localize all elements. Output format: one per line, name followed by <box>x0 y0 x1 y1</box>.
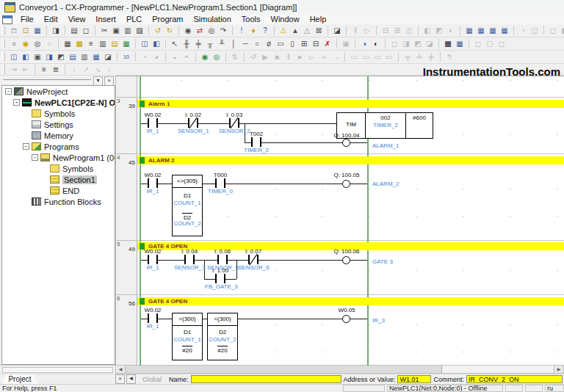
scroll-right-icon[interactable]: ▶ <box>554 366 563 373</box>
show-properties-icon[interactable]: ! <box>236 25 247 36</box>
send-changes-icon[interactable]: ⊞ <box>391 25 403 36</box>
align-middle-icon[interactable]: ╪ <box>425 51 437 62</box>
comment-field[interactable]: IR_CONV_2_ON <box>466 375 563 383</box>
new-instruction-2-icon[interactable]: ▯ <box>286 38 298 49</box>
address-reference-icon[interactable]: ▥ <box>79 51 90 62</box>
tree-item-section1[interactable]: Section1 <box>2 174 115 185</box>
new-closed-coil-icon[interactable]: ø <box>263 38 275 49</box>
immediate-refresh-icon[interactable]: ◻ <box>388 38 400 49</box>
online-edit-rungs-icon[interactable]: ⊟ <box>380 25 391 36</box>
scroll-left-icon[interactable]: ◀ <box>116 366 126 373</box>
comment-list-icon[interactable]: ≡ <box>38 64 50 75</box>
compile-program-icon[interactable]: ⚠ <box>278 25 289 36</box>
delete-rung-icon[interactable]: ◻ <box>496 38 507 49</box>
menu-help[interactable]: Help <box>305 15 332 24</box>
go-up-icon[interactable]: ↑ <box>68 64 80 75</box>
contact-no[interactable]: I: 1.00FB_GATE_3 <box>205 267 236 290</box>
rung-comment-bar[interactable]: ALARM 2 <box>137 156 564 164</box>
output-window-icon[interactable]: ◪ <box>102 51 114 62</box>
monitor-hex-icon[interactable]: ◔ <box>139 51 151 62</box>
address-grid-icon[interactable]: ▩ <box>442 38 454 49</box>
tree-item-program-symbols[interactable]: Symbols <box>2 163 115 174</box>
replace-icon[interactable]: ⇄ <box>194 25 206 36</box>
edit-rung-icon[interactable]: ◻ <box>472 38 484 49</box>
new-function-block-icon[interactable]: ⊞ <box>298 38 310 49</box>
transfer-pair-icon[interactable]: ⇅ <box>229 51 241 62</box>
tree-item-settings[interactable]: Settings <box>2 119 115 130</box>
new-or-closed-contact-icon[interactable]: ╨ <box>216 38 228 49</box>
output-coil[interactable] <box>342 256 350 264</box>
go-down-icon[interactable]: ↓ <box>104 64 115 75</box>
force-on-icon[interactable]: ◧ <box>422 25 433 36</box>
monitor-data-icon[interactable]: ▥ <box>97 38 109 49</box>
contact-no[interactable]: W0.02IR_1 <box>137 307 168 330</box>
align-bottom-icon[interactable]: ╧ <box>413 51 425 62</box>
force-cancel-icon[interactable]: ◐ <box>445 25 457 36</box>
align-top-icon[interactable]: ╤ <box>402 51 413 62</box>
grid-style-icon[interactable]: ▩ <box>73 38 85 49</box>
menu-insert[interactable]: Insert <box>90 15 121 24</box>
filter-symbols-icon[interactable]: ◒ <box>169 51 181 62</box>
break-3-icon[interactable]: ▭ <box>372 51 383 62</box>
edit-comment-icon[interactable]: ▣ <box>340 38 352 49</box>
drag-grip[interactable] <box>3 79 91 83</box>
menu-tools[interactable]: Tools <box>236 15 266 24</box>
redo-icon[interactable]: ↻ <box>164 25 176 36</box>
tree-item-newprogram1[interactable]: -NewProgram1 (00) <box>2 152 115 163</box>
workspace-close-icon[interactable]: × <box>104 76 114 86</box>
tree-item-end[interactable]: END <box>2 185 115 196</box>
view-symbols-icon[interactable]: ▣ <box>32 51 43 62</box>
stop-icon[interactable]: ■ <box>271 51 283 62</box>
io-table-icon[interactable]: ▦ <box>463 25 475 36</box>
contact-nc[interactable]: I: 0.07SENSOR_6 <box>238 248 269 271</box>
find-icon[interactable]: ◉ <box>182 25 194 36</box>
new-contact-icon[interactable]: ╫ <box>181 38 192 49</box>
differential-down-icon[interactable]: ◐ <box>370 38 382 49</box>
return-icon[interactable]: ↰ <box>444 51 455 62</box>
view-mnemonics-icon[interactable]: ◫ <box>8 51 20 62</box>
tree-item-newproject[interactable]: -NewProject <box>2 86 115 97</box>
break-4-icon[interactable]: ▭ <box>383 51 395 62</box>
paste-rung-icon[interactable]: ▨ <box>134 25 145 36</box>
undo-icon[interactable]: ↺ <box>152 25 164 36</box>
ladder-hscrollbar[interactable]: ◀ ▶ <box>115 365 564 374</box>
insert-rung-icon[interactable]: ▢ <box>484 38 496 49</box>
rung-comment-bar[interactable]: GATE 4 OPEN <box>137 297 564 305</box>
collapse-icon[interactable]: - <box>23 143 29 150</box>
compare-programs-icon[interactable]: ◨ <box>50 25 62 36</box>
paste-icon[interactable]: ▥ <box>122 25 134 36</box>
comment-tool-icon[interactable]: ◻ <box>547 25 559 36</box>
outdent-icon[interactable]: ⇤ <box>20 64 32 75</box>
new-closed-contact-icon[interactable]: ╪ <box>192 38 204 49</box>
watch-grid-icon[interactable]: ▦ <box>120 38 132 49</box>
tree-item-symbols[interactable]: Symbols <box>2 108 115 119</box>
tree-item-programs[interactable]: -Programs <box>2 141 115 152</box>
collapse-icon[interactable]: - <box>13 99 20 106</box>
view-io-comment-icon[interactable]: ◨ <box>43 51 55 62</box>
contact-no[interactable]: I: 0.04SENSOR_3 <box>174 248 205 271</box>
filter-used-icon[interactable]: ◓ <box>181 51 192 62</box>
rung-wrap-icon[interactable]: ◧ <box>559 25 564 36</box>
pause-monitoring-icon[interactable]: ▷ <box>361 25 373 36</box>
contact-no[interactable]: W0.02IR_1 <box>137 172 168 195</box>
rung-comment-bar[interactable]: Alarm 1 <box>137 100 564 108</box>
online-save-icon[interactable]: ◉ <box>199 51 211 62</box>
retrace-icon[interactable]: ↷ <box>217 25 229 36</box>
tree-item-newplc1[interactable]: -NewPLC1[CP2E-N] Offline <box>2 97 115 108</box>
contact-no[interactable]: T002TIMER_2 <box>241 131 272 153</box>
io-comment-grid-icon[interactable]: ▦ <box>454 38 466 49</box>
forced-set-icon[interactable]: ◩ <box>412 38 424 49</box>
transfer-to-plc-icon[interactable]: ⊠ <box>313 25 325 36</box>
contact-no[interactable]: W0.02IR_1 <box>137 112 168 134</box>
print-icon[interactable]: ▤ <box>68 25 80 36</box>
clock-icon[interactable]: ◔ <box>517 25 529 36</box>
pause-icon[interactable]: ‖ <box>283 51 294 62</box>
online-load-icon[interactable]: ◎ <box>211 51 223 62</box>
step-back-icon[interactable]: ↺ <box>247 51 259 62</box>
new-instruction-icon[interactable]: ▭ <box>275 38 286 49</box>
go-prev-icon[interactable]: ↘ <box>92 64 104 75</box>
menu-program[interactable]: Program <box>147 15 188 24</box>
zoom-100-icon[interactable]: ○ <box>43 38 55 49</box>
work-online-icon[interactable]: ◪ <box>331 25 343 36</box>
menu-simulation[interactable]: Simulation <box>188 15 236 24</box>
